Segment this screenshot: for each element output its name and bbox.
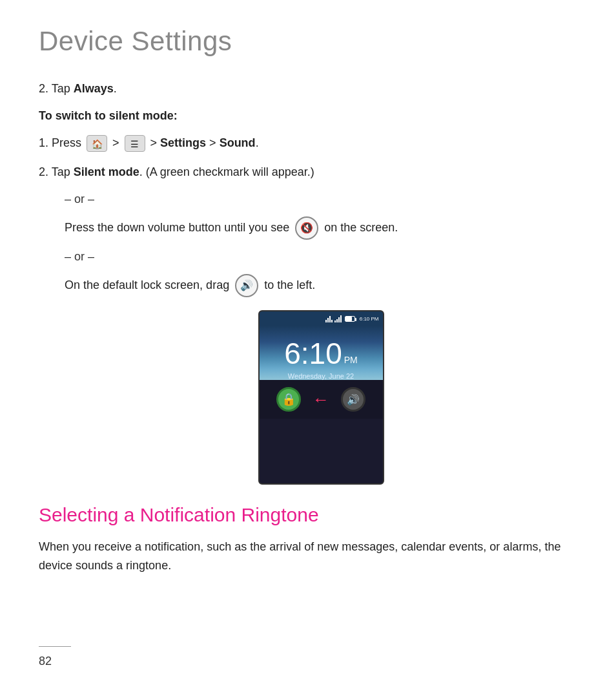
or-line-1: – or – [65, 193, 577, 206]
drag-icon: 🔊 [235, 274, 258, 297]
phone-time-display: 6:10 PM Wednesday, June 22 [260, 326, 383, 380]
page-number: 82 [39, 655, 577, 668]
phone-date: Wednesday, June 22 [288, 372, 354, 380]
home-icon: 🏠 [87, 135, 107, 152]
always-text: Always [74, 82, 114, 95]
step-1-press: 1. Press 🏠 > ☰ > Settings > Sound. [39, 134, 577, 152]
signal-bars [325, 315, 333, 322]
battery-icon [345, 316, 355, 322]
sound-button: 🔊 [341, 387, 365, 412]
step-2-always: 2. Tap Always. [39, 80, 577, 98]
signal-bars-2 [334, 315, 342, 322]
section-title: Selecting a Notification Ringtone [39, 504, 577, 526]
section-body: When you receive a notification, such as… [39, 538, 568, 575]
footer-divider [39, 646, 71, 647]
phone-time-pm: PM [344, 355, 358, 364]
step-2-tap-label: 2. Tap [39, 82, 74, 95]
settings-text: Settings [160, 136, 206, 149]
phone-lock-area: 🔒 ← 🔊 [260, 380, 383, 419]
volume-icon: 🔇 [295, 216, 318, 240]
phone-screenshot: 6:10 PM 6:10 PM Wednesday, June 22 🔒 ← 🔊 [258, 310, 384, 485]
menu-icon: ☰ [125, 135, 145, 152]
drag-text: On the default lock screen, drag 🔊 to th… [65, 274, 577, 297]
phone-time-big: 6:10 PM [284, 339, 358, 368]
or-line-2: – or – [65, 250, 577, 264]
press-volume-text: Press the down volume button until you s… [65, 216, 577, 240]
status-time: 6:10 PM [360, 316, 379, 322]
page-title: Device Settings [39, 26, 577, 57]
phone-status-bar: 6:10 PM [260, 311, 383, 326]
arrow-button: ← [309, 387, 333, 412]
silent-mode-text: Silent mode [74, 165, 139, 178]
step-2-silent: 2. Tap Silent mode. (A green checkmark w… [39, 163, 577, 181]
lock-button: 🔒 [276, 387, 301, 412]
sound-text: Sound [220, 136, 256, 149]
silent-mode-heading: To switch to silent mode: [39, 109, 577, 123]
page-footer: 82 [39, 646, 577, 669]
